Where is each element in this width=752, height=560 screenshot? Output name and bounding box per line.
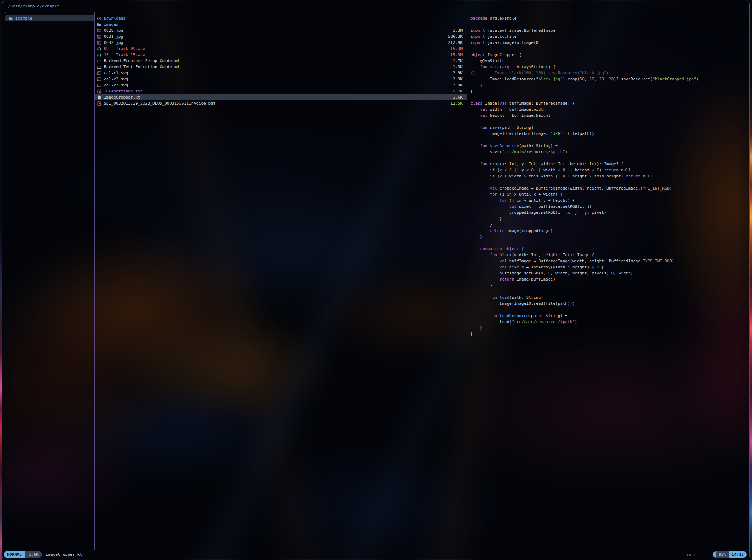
code-line: for (j in y until y + height) { xyxy=(470,197,746,203)
archive-icon xyxy=(97,89,102,94)
file-size: 15.3M xyxy=(450,46,463,52)
file-name: 0042.jpg xyxy=(104,40,123,46)
code-line: fun saveResource(path: String) = xyxy=(470,143,746,149)
file-name: Downloads xyxy=(104,15,126,21)
file-size-badge: 1.6K xyxy=(25,551,42,558)
file-row[interactable]: 0031.jpg586.3K xyxy=(95,34,467,40)
code-line: ImageIO.write(buffImage, "JPG", File(pat… xyxy=(470,131,746,137)
code-line: } xyxy=(470,282,746,288)
code-line: import java.awt.image.BufferedImage xyxy=(470,27,746,34)
wallpaper-right-edge xyxy=(750,0,752,560)
file-row[interactable]: Backend_Test_Execution_Guide.md1.3K xyxy=(95,64,467,70)
file-size: 2.9K xyxy=(453,70,463,76)
code-line xyxy=(470,288,746,294)
pane-divider-right xyxy=(468,12,468,550)
preview-pane: package org.exampleimport java.awt.image… xyxy=(470,15,746,337)
file-row[interactable]: SBI_0032013739_2023_DE05_0003155631Invoi… xyxy=(95,100,467,106)
cursor-position-badge: 14/15 xyxy=(729,551,747,558)
file-name: IDEAsettings.zip xyxy=(104,88,143,94)
file-row[interactable]: 15 - Track 15.wav15.3M xyxy=(95,52,467,58)
code-line: companion object { xyxy=(470,246,746,252)
mode-badge: NORMAL xyxy=(4,551,25,558)
file-size: 1.3M xyxy=(453,27,463,34)
code-line xyxy=(470,46,746,52)
image-icon xyxy=(97,41,102,45)
parent-dir-item[interactable]: example xyxy=(5,15,94,21)
file-name: Backend_Test_Execution_Guide.md xyxy=(104,64,179,70)
current-path: ~/Data/example/example xyxy=(6,3,59,9)
code-line: fun loadResource(path: String) = xyxy=(470,313,746,319)
terminal-screen: ~/Data/example/example example Downloads… xyxy=(0,0,752,560)
file-row[interactable]: Images xyxy=(95,21,467,27)
file-size: 1.7K xyxy=(453,58,463,64)
file-size: 12.5K xyxy=(450,100,463,106)
file-name: Images xyxy=(104,21,118,27)
file-size: 1.6K xyxy=(453,94,463,100)
code-line: if (x + width > this.width || y + height… xyxy=(470,173,746,179)
file-row[interactable]: cal-c3.svg2.9K xyxy=(95,82,467,88)
parent-pane: example xyxy=(5,15,94,21)
audio-icon xyxy=(97,47,102,51)
file-row[interactable]: Backend_Frontend_Setup_Guide.md1.7K xyxy=(95,58,467,64)
file-row[interactable]: 0028.jpg1.3M xyxy=(95,27,467,34)
file-row[interactable]: ImageCropper.kt1.6K xyxy=(95,94,467,100)
code-line: return Image(croppedImage) xyxy=(470,228,746,234)
code-line: for (i in x until x + width) { xyxy=(470,191,746,197)
code-line: val width = buffImage.width xyxy=(470,106,746,112)
file-name: Backend_Frontend_Setup_Guide.md xyxy=(104,58,179,64)
file-row[interactable]: 09 - Track 09.wav15.3M xyxy=(95,46,467,52)
code-line: } xyxy=(470,325,746,331)
file-name: 09 - Track 09.wav xyxy=(104,46,145,52)
file-icon xyxy=(97,95,102,100)
scroll-percent-badge: 93% xyxy=(716,551,729,558)
image-icon xyxy=(97,83,102,87)
file-name: cal-c2.svg xyxy=(104,76,128,82)
code-line: // Image.black(100, 100).saveResource("b… xyxy=(470,70,746,76)
code-line xyxy=(470,118,746,125)
code-line: Image(ImageIO.read(File(path))) xyxy=(470,301,746,307)
file-size: 5.2K xyxy=(453,88,463,94)
code-line xyxy=(470,94,746,100)
file-name: cal-c3.svg xyxy=(104,82,128,88)
code-line: @JvmStatic xyxy=(470,58,746,64)
file-size: 1.3K xyxy=(453,64,463,70)
file-name: SBI_0032013739_2023_DE05_0003155631Invoi… xyxy=(104,100,216,106)
file-row[interactable]: cal-c1.svg2.9K xyxy=(95,70,467,76)
code-line: } xyxy=(470,82,746,88)
code-line: val buffImage = BufferedImage(width, hei… xyxy=(470,258,746,264)
file-row[interactable]: Downloads xyxy=(95,15,467,21)
file-row[interactable]: 0042.jpg212.9K xyxy=(95,40,467,46)
code-line: croppedImage.setRGB(i - x, j - y, pixel) xyxy=(470,210,746,216)
code-line: fun save(path: String) = xyxy=(470,125,746,131)
parent-dir-name: example xyxy=(15,15,32,21)
code-line: Image.loadResource("black.jpg").crop(50,… xyxy=(470,76,746,82)
folder-icon xyxy=(9,16,14,21)
code-line: val croppedImage = BufferedImage(width, … xyxy=(470,185,746,191)
code-line: object ImageCropper { xyxy=(470,52,746,58)
code-line xyxy=(470,179,746,185)
pdf-icon xyxy=(97,101,102,106)
status-file-name: ImageCropper.kt xyxy=(46,551,82,558)
folder-icon xyxy=(97,22,102,27)
file-row[interactable]: cal-c2.svg2.9K xyxy=(95,76,467,82)
file-size: 15.3M xyxy=(450,52,463,58)
code-line: fun crop(x: Int, y: Int, width: Int, hei… xyxy=(470,161,746,167)
code-line xyxy=(470,21,746,27)
code-line: val pixel = buffImage.getRGB(i, j) xyxy=(470,203,746,210)
audio-icon xyxy=(97,53,102,57)
code-line: if (x < 0 || y < 0 || width < 0 || heigh… xyxy=(470,167,746,173)
code-line: val height = buffImage.height xyxy=(470,112,746,118)
code-line: buffImage.setRGB(0, 0, width, height, pi… xyxy=(470,270,746,276)
code-line xyxy=(470,155,746,161)
file-name: 0031.jpg xyxy=(104,34,123,40)
code-line: save("src/main/resources/$path") xyxy=(470,149,746,155)
markdown-icon xyxy=(97,59,102,63)
file-size: 2.9K xyxy=(453,76,463,82)
image-icon xyxy=(97,71,102,75)
status-right-cluster: -rw-r--r-- 93% 14/15 xyxy=(684,551,747,558)
file-row[interactable]: IDEAsettings.zip5.2K xyxy=(95,88,467,94)
status-bar: NORMAL 1.6K ImageCropper.kt -rw-r--r-- 9… xyxy=(4,551,747,558)
file-size: 212.9K xyxy=(448,40,463,46)
code-line: class Image(val buffImage: BufferedImage… xyxy=(470,100,746,106)
code-line: } xyxy=(470,331,746,337)
